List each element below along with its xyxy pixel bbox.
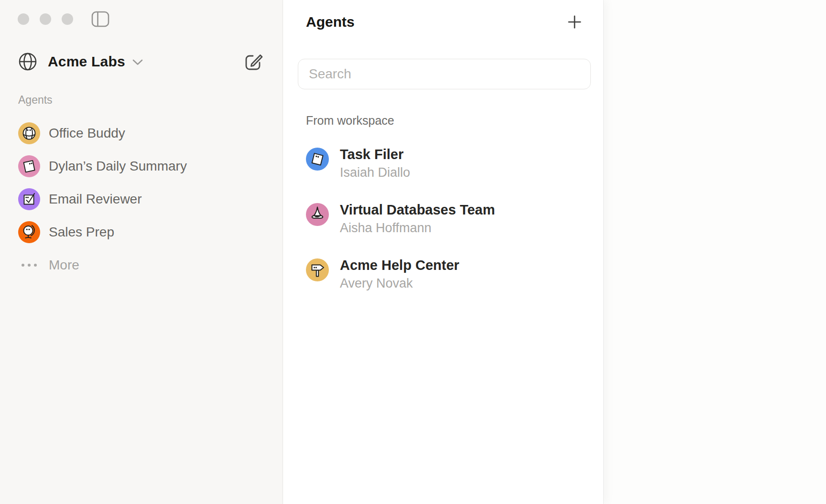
ellipsis-icon <box>18 264 40 267</box>
agent-row-virtual-databases-team[interactable]: Virtual Databases Team Aisha Hoffmann <box>306 201 581 237</box>
agent-list: Task Filer Isaiah Diallo Virtual Databas… <box>306 146 581 293</box>
agent-owner: Aisha Hoffmann <box>340 219 495 237</box>
window-controls <box>18 13 73 25</box>
agent-owner: Avery Novak <box>340 274 459 293</box>
sidebar-item-sales-prep[interactable]: Sales Prep <box>18 221 273 243</box>
globe-icon <box>17 51 38 72</box>
sidebar-item-dylans-daily-summary[interactable]: Dylan’s Daily Summary <box>18 155 273 177</box>
ball-doodle-icon <box>18 122 40 144</box>
agent-row-acme-help-center[interactable]: Acme Help Center Avery Novak <box>306 257 581 293</box>
window-zoom-button[interactable] <box>62 13 73 25</box>
sidebar-agents-section: Agents Office Buddy <box>18 94 273 276</box>
agents-panel: Agents From workspace <box>283 0 603 504</box>
sidebar-more-label: More <box>49 257 79 273</box>
checkbox-doodle-icon <box>18 188 40 210</box>
window-close-button[interactable] <box>18 13 29 25</box>
note-doodle-icon <box>18 155 40 177</box>
tilted-note-doodle-icon <box>306 148 329 171</box>
sidebar-item-more[interactable]: More <box>18 254 273 276</box>
agent-name: Task Filer <box>340 146 410 163</box>
agent-name: Acme Help Center <box>340 257 459 274</box>
globe-stand-doodle-icon <box>18 221 40 243</box>
search-box <box>298 59 591 89</box>
agent-row-task-filer[interactable]: Task Filer Isaiah Diallo <box>306 146 581 182</box>
sidebar-item-label: Email Reviewer <box>49 192 142 207</box>
sidebar-section-label: Agents <box>18 94 273 108</box>
workspace-switcher[interactable]: Acme Labs <box>17 49 263 75</box>
agent-owner: Isaiah Diallo <box>340 163 410 182</box>
from-workspace-label: From workspace <box>306 114 581 128</box>
sidebar-item-label: Office Buddy <box>49 126 125 141</box>
panel-title: Agents <box>306 14 355 30</box>
sidebar-item-email-reviewer[interactable]: Email Reviewer <box>18 188 273 210</box>
signpost-doodle-icon <box>306 258 329 281</box>
workspace-name: Acme Labs <box>48 54 125 70</box>
window-minimize-button[interactable] <box>40 13 51 25</box>
sidebar: Acme Labs Agents <box>0 0 283 504</box>
add-agent-button[interactable] <box>567 15 582 29</box>
sidebar-item-office-buddy[interactable]: Office Buddy <box>18 122 273 144</box>
compose-icon[interactable] <box>244 52 263 71</box>
search-input[interactable] <box>309 66 580 82</box>
sidebar-item-label: Sales Prep <box>49 225 114 240</box>
wizard-hat-doodle-icon <box>306 203 329 226</box>
chevron-down-icon <box>132 59 143 68</box>
agent-name: Virtual Databases Team <box>340 201 495 219</box>
sidebar-toggle-icon[interactable] <box>91 11 109 27</box>
sidebar-item-label: Dylan’s Daily Summary <box>49 159 187 174</box>
